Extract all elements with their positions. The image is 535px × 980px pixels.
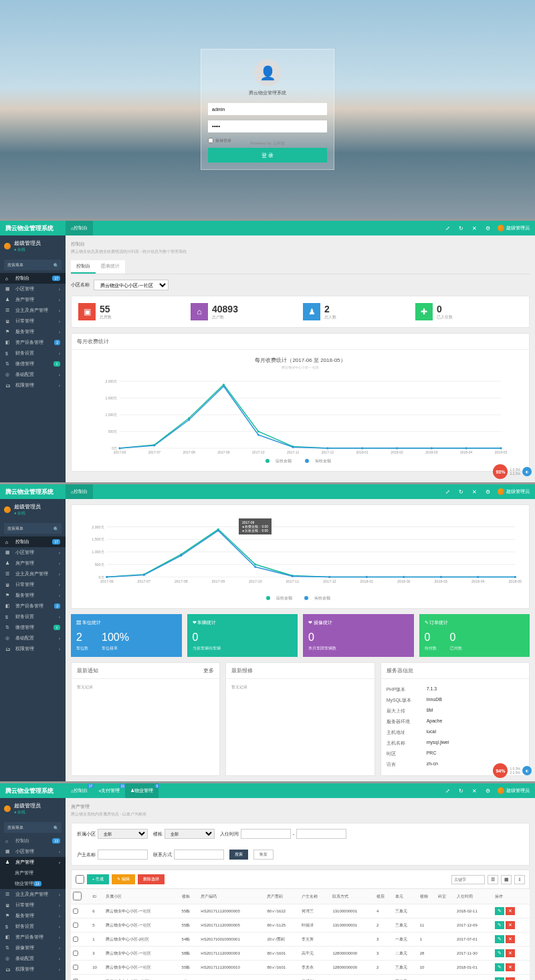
filter-owner[interactable] bbox=[98, 850, 148, 860]
table-row[interactable]: 5腾云物业中心小区-一社区55栋HS20171112000000580㎡/112… bbox=[71, 918, 530, 933]
sidebar-item[interactable]: ⇅微信管理⇧ bbox=[0, 359, 66, 369]
sidebar-item[interactable]: 🗎日常管理‹ bbox=[0, 316, 66, 326]
fullscreen-icon[interactable]: ⤢ bbox=[444, 225, 451, 231]
delete-icon[interactable]: ✕ bbox=[506, 935, 515, 943]
table-row[interactable]: 3腾云物业中心小区-一社区58栋HS20171112000000380㎡/160… bbox=[71, 947, 530, 961]
svg-text:2017-06: 2017-06 bbox=[100, 579, 114, 583]
powered-by: Powered by 云科技 bbox=[250, 140, 284, 146]
sidebar-item[interactable]: 房产管理 bbox=[0, 868, 66, 878]
settings-icon[interactable]: ⚙ bbox=[484, 225, 491, 231]
sidebar-item[interactable]: 🗂权限管理‹ bbox=[0, 964, 66, 975]
filter-date-from[interactable] bbox=[241, 829, 291, 839]
sidebar-search[interactable]: 搜索菜单🔍 bbox=[4, 260, 62, 270]
sidebar-item[interactable]: ◎基础配置‹ bbox=[0, 633, 66, 644]
filter-floor[interactable]: 全部 bbox=[165, 829, 215, 839]
tab-payment[interactable]: ≡ 支付管理21 bbox=[93, 783, 125, 798]
table-row[interactable]: 10腾云物业中心小区-一社区55栋HS20171112000001080㎡/16… bbox=[71, 961, 530, 975]
delete-button[interactable]: 删除选择 bbox=[138, 874, 165, 884]
sidebar-item[interactable]: ◎基础配置‹ bbox=[0, 369, 66, 380]
sidebar-item[interactable]: 🗎日常管理‹ bbox=[0, 900, 66, 910]
settings-icon[interactable]: ⚙ bbox=[484, 488, 491, 495]
sidebar-item[interactable]: ◧资产设备管理‹ bbox=[0, 932, 66, 943]
tab-dashboard[interactable]: ⌂ 控制台 bbox=[66, 484, 93, 499]
svg-text:2017-12: 2017-12 bbox=[322, 450, 334, 454]
refresh-icon[interactable]: ↻ bbox=[457, 488, 464, 495]
close-icon[interactable]: ✕ bbox=[471, 225, 477, 231]
sidebar-item[interactable]: ▦小区管理‹ bbox=[0, 284, 66, 294]
refresh-icon[interactable]: ↻ bbox=[457, 225, 464, 231]
sidebar-item[interactable]: 🗂权限管理‹ bbox=[0, 380, 66, 391]
sub-tabs: 控制台 图表统计 bbox=[71, 260, 530, 274]
sidebar-item[interactable]: 物业管理13 bbox=[0, 878, 66, 889]
table-row[interactable]: 8腾云物业中心小区-2社区3栋HS20171108000000120㎡/425王… bbox=[71, 975, 530, 981]
sidebar-item[interactable]: ♟房产管理‹ bbox=[0, 857, 66, 868]
close-icon[interactable]: ✕ bbox=[471, 488, 477, 495]
edit-icon[interactable]: ✎ bbox=[495, 949, 504, 957]
sidebar-item[interactable]: ☰业主及房产管理‹ bbox=[0, 889, 66, 900]
export-button[interactable]: ✎ 编辑 bbox=[112, 874, 135, 884]
sidebar-item[interactable]: ♟房产管理‹ bbox=[0, 558, 66, 569]
login-button[interactable]: 登 录 bbox=[208, 148, 327, 163]
table-row[interactable]: 6腾云物业中心小区-一社区55栋HS20171112000000580㎡/162… bbox=[71, 904, 530, 918]
table-search[interactable] bbox=[451, 875, 485, 884]
sidebar-item[interactable]: ◧资产设备管理2 bbox=[0, 337, 66, 348]
edit-icon[interactable]: ✎ bbox=[495, 977, 504, 980]
svg-point-91 bbox=[514, 576, 516, 578]
search-button[interactable]: 搜索 bbox=[229, 850, 248, 860]
add-button[interactable]: + 生成 bbox=[87, 874, 109, 884]
filter-contact[interactable] bbox=[174, 850, 224, 860]
sidebar-item[interactable]: ▦小区管理‹ bbox=[0, 547, 66, 558]
svg-text:500元: 500元 bbox=[108, 429, 117, 433]
sidebar-item[interactable]: $财务设置‹ bbox=[0, 921, 66, 932]
stat-card: ▣55总房数 bbox=[78, 303, 185, 320]
svg-point-80 bbox=[106, 576, 108, 578]
sidebar-item[interactable]: 🗎日常管理‹ bbox=[0, 579, 66, 590]
delete-icon[interactable]: ✕ bbox=[506, 949, 515, 957]
svg-text:2018-01: 2018-01 bbox=[356, 450, 369, 454]
edit-icon[interactable]: ✎ bbox=[495, 935, 504, 943]
username-input[interactable] bbox=[208, 103, 327, 115]
delete-icon[interactable]: ✕ bbox=[506, 977, 515, 980]
server-panel: 服务器信息PHP版本7.1.3MySQL版本InnoDB最大上传8M服务器环境A… bbox=[381, 662, 530, 776]
password-input[interactable] bbox=[208, 120, 327, 132]
sidebar-item[interactable]: ⌂控制台17 bbox=[0, 536, 66, 547]
sidebar-item[interactable]: ⇅微信管理⇧ bbox=[0, 622, 66, 633]
user-menu[interactable]: 超级管理员 bbox=[498, 225, 530, 231]
sidebar-item[interactable]: ▦小区管理‹ bbox=[0, 846, 66, 857]
delete-icon[interactable]: ✕ bbox=[506, 921, 515, 929]
tab-dashboard[interactable]: ⌂ 控制台17 bbox=[66, 783, 93, 798]
table-row[interactable]: 1腾云物业中心小区-2社区54栋HS20171001000000120㎡/面积李… bbox=[71, 933, 530, 947]
edit-icon[interactable]: ✎ bbox=[495, 963, 504, 971]
view-list-icon[interactable]: ☰ bbox=[488, 875, 498, 884]
sidebar-item[interactable]: ⇅摄像管理‹ bbox=[0, 943, 66, 953]
select-all-checkbox[interactable] bbox=[76, 875, 84, 884]
tab-property[interactable]: ♟ 物业管理5 bbox=[125, 783, 158, 798]
sidebar-item[interactable]: $财务设置‹ bbox=[0, 611, 66, 622]
sidebar-item[interactable]: ♟房产管理‹ bbox=[0, 294, 66, 305]
sidebar-item[interactable]: 🗂权限管理‹ bbox=[0, 644, 66, 654]
reset-button[interactable]: 恢复 bbox=[253, 850, 274, 860]
community-select[interactable]: 腾云物业中心小区-一社区 bbox=[94, 280, 169, 290]
sidebar-item[interactable]: ☰业主及房产管理‹ bbox=[0, 569, 66, 579]
tab-dashboard[interactable]: ⌂ 控制台 bbox=[66, 221, 93, 235]
subtab-dashboard[interactable]: 控制台 bbox=[71, 260, 96, 274]
edit-icon[interactable]: ✎ bbox=[495, 907, 504, 915]
filter-date-to[interactable] bbox=[296, 829, 346, 839]
edit-icon[interactable]: ✎ bbox=[495, 921, 504, 929]
sidebar-item[interactable]: ◧资产设备管理2 bbox=[0, 601, 66, 611]
sidebar-item[interactable]: ⌂控制台13 bbox=[0, 836, 66, 846]
export-icon[interactable]: ⇩ bbox=[514, 875, 525, 884]
sidebar-item[interactable]: ⚑服务管理‹ bbox=[0, 326, 66, 337]
delete-icon[interactable]: ✕ bbox=[506, 907, 515, 915]
sidebar-item[interactable]: ◎基础配置‹ bbox=[0, 953, 66, 964]
subtab-chart[interactable]: 图表统计 bbox=[96, 260, 125, 274]
sidebar-item[interactable]: ⚑服务管理‹ bbox=[0, 910, 66, 921]
view-grid-icon[interactable]: ▦ bbox=[501, 875, 512, 884]
sidebar-item[interactable]: $财务设置‹ bbox=[0, 348, 66, 359]
sidebar-item[interactable]: ☰业主及房产管理‹ bbox=[0, 305, 66, 316]
filter-community[interactable]: 全部 bbox=[98, 829, 148, 839]
sidebar-item[interactable]: ⌂控制台17 bbox=[0, 273, 66, 284]
sidebar-item[interactable]: ⚑服务管理‹ bbox=[0, 590, 66, 601]
fullscreen-icon[interactable]: ⤢ bbox=[444, 488, 451, 495]
delete-icon[interactable]: ✕ bbox=[506, 963, 515, 971]
